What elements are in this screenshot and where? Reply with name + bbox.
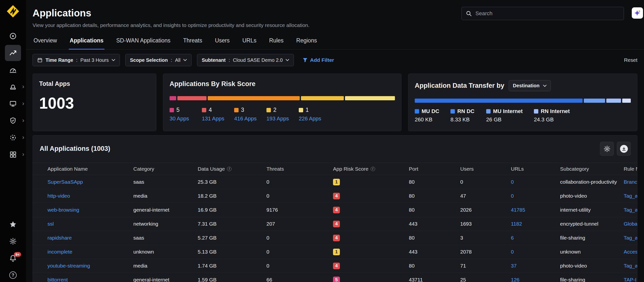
port-cell: 43711 <box>409 277 460 282</box>
tab-overview[interactable]: Overview <box>32 35 58 50</box>
notification-badge: 9+ <box>14 252 21 257</box>
users-cell: 2078 <box>460 249 511 255</box>
time-range-filter[interactable]: Time Range:Past 3 Hours <box>32 54 120 66</box>
add-filter-button[interactable]: Add Filter <box>303 57 334 63</box>
urls-link[interactable]: 0 <box>511 249 514 254</box>
favorites-star-icon[interactable] <box>9 220 17 229</box>
chevron-down-icon <box>183 59 187 61</box>
reset-button[interactable]: Reset <box>624 57 638 63</box>
table-row: SuperSaaSApp saas 25.3 GB 0 1 80 0 0 col… <box>33 175 637 189</box>
transfer-legend-item: RN Internet 24.3 GB <box>534 108 570 123</box>
info-icon[interactable]: i <box>371 167 375 171</box>
app-name-link[interactable]: http-video <box>48 193 70 199</box>
legend-swatch <box>299 108 303 112</box>
users-cell: 71 <box>460 263 511 269</box>
page-header: Applications View your application detai… <box>26 0 644 29</box>
tab-regions[interactable]: Regions <box>295 35 318 50</box>
app-name-link[interactable]: youtube-streaming <box>48 263 90 268</box>
subcategory-cell: unknown <box>560 247 624 256</box>
col-category[interactable]: Category <box>133 166 198 172</box>
threats-cell: 207 <box>266 221 333 227</box>
rule-link[interactable]: Tag_a <box>624 207 637 213</box>
users-cell: 47 <box>460 193 511 199</box>
tab-rules[interactable]: Rules <box>268 35 284 50</box>
brand-logo-icon[interactable] <box>6 5 20 18</box>
transfer-bar-segment <box>606 99 621 103</box>
col-subcategory[interactable]: Subcategory <box>560 166 624 172</box>
apps-count-link[interactable]: 131 Apps <box>202 115 224 122</box>
app-name-link[interactable]: ssl <box>48 221 54 227</box>
calendar-icon <box>37 57 42 63</box>
col-data-usage[interactable]: Data Usagei <box>198 166 266 172</box>
rule-link[interactable]: Tag_a <box>624 235 637 241</box>
subtenant-filter[interactable]: Subtenant:Cloud SASE Demo 2.0 <box>197 54 294 66</box>
sidebar-item-operations[interactable]: › <box>5 129 21 146</box>
transfer-by-selector[interactable]: Destination <box>509 80 551 91</box>
transfer-bar-segment <box>622 99 631 103</box>
sidebar-item-devices[interactable]: › <box>5 96 21 112</box>
tab-sdwan-applications[interactable]: SD-WAN Applications <box>115 35 172 50</box>
app-name-link[interactable]: rapidshare <box>48 235 72 241</box>
search-bar[interactable] <box>462 7 624 20</box>
tab-users[interactable]: Users <box>214 35 230 50</box>
data-usage-cell: 5.13 GB <box>198 249 266 255</box>
sidebar-item-security[interactable]: › <box>5 112 21 129</box>
settings-gear-icon[interactable] <box>9 237 17 245</box>
sidebar-item-workflows[interactable]: › <box>5 147 21 163</box>
help-icon[interactable]: ? <box>9 271 17 279</box>
col-users[interactable]: Users <box>460 166 511 172</box>
apps-count-link[interactable]: 193 Apps <box>266 115 289 122</box>
apps-count-link[interactable]: 30 Apps <box>170 115 192 122</box>
rule-link[interactable]: Branc <box>624 179 637 185</box>
rule-link[interactable]: TAP-I <box>624 277 636 282</box>
urls-link[interactable]: 126 <box>511 277 520 282</box>
scope-selection-filter[interactable]: Scope Selection:All <box>125 54 192 66</box>
apps-count-link[interactable]: 416 Apps <box>234 115 257 122</box>
urls-link[interactable]: 41785 <box>511 207 525 213</box>
rule-link[interactable]: Tag_a <box>624 263 637 268</box>
col-threats[interactable]: Threats <box>266 166 333 172</box>
col-app-risk-score[interactable]: App Risk Scorei <box>333 166 409 172</box>
risk-bar-segment-1 <box>345 96 395 100</box>
subcategory-cell: file-sharing <box>560 275 624 282</box>
urls-link[interactable]: 6 <box>511 235 514 241</box>
app-name-link[interactable]: incomplete <box>48 249 72 254</box>
urls-link[interactable]: 0 <box>511 179 514 185</box>
urls-link[interactable]: 0 <box>511 193 514 199</box>
sidebar-item-alerts[interactable]: › <box>5 79 21 95</box>
urls-link[interactable]: 37 <box>511 263 516 268</box>
notifications-bell-icon[interactable]: 9+ <box>9 254 17 262</box>
table-settings-button[interactable] <box>600 142 614 156</box>
legend-swatch <box>266 108 271 112</box>
col-application-name[interactable]: Application Name <box>48 166 133 172</box>
rule-link[interactable]: Acces <box>624 249 637 254</box>
table-download-button[interactable] <box>617 142 631 156</box>
port-cell: 80 <box>409 207 460 213</box>
col-port[interactable]: Port <box>409 166 460 172</box>
total-apps-value: 1003 <box>39 94 150 112</box>
rule-link[interactable]: Globa <box>624 221 637 227</box>
col-urls[interactable]: URLs <box>511 166 560 172</box>
app-name-link[interactable]: bittorrent <box>48 277 68 282</box>
app-name-link[interactable]: web-browsing <box>48 207 79 213</box>
copilot-sparkle-icon[interactable] <box>632 7 643 19</box>
rule-link[interactable]: Tag_a <box>624 193 637 199</box>
info-icon[interactable]: i <box>227 167 232 171</box>
app-name-link[interactable]: SuperSaaSApp <box>48 179 83 185</box>
tab-threats[interactable]: Threats <box>182 35 203 50</box>
port-cell: 80 <box>409 193 460 199</box>
tab-applications[interactable]: Applications <box>69 35 104 50</box>
col-rule-name[interactable]: Rule N <box>624 166 637 172</box>
risk-score-badge: 1 <box>333 249 340 255</box>
risk-legend-item: 3 416 Apps <box>234 107 257 122</box>
search-input[interactable] <box>476 10 620 17</box>
table-row: web-browsing general-internet 16.9 GB 91… <box>33 203 637 217</box>
apps-count-link[interactable]: 226 Apps <box>299 115 321 122</box>
sidebar-item-insights[interactable] <box>5 28 21 44</box>
tab-urls[interactable]: URLs <box>241 35 258 50</box>
shield-check-icon <box>9 117 17 124</box>
subcategory-cell: collaboration-productivity <box>560 177 624 187</box>
urls-link[interactable]: 1182 <box>511 221 522 227</box>
sidebar-item-activity[interactable] <box>5 45 21 61</box>
sidebar-item-dashboard[interactable] <box>5 62 21 78</box>
